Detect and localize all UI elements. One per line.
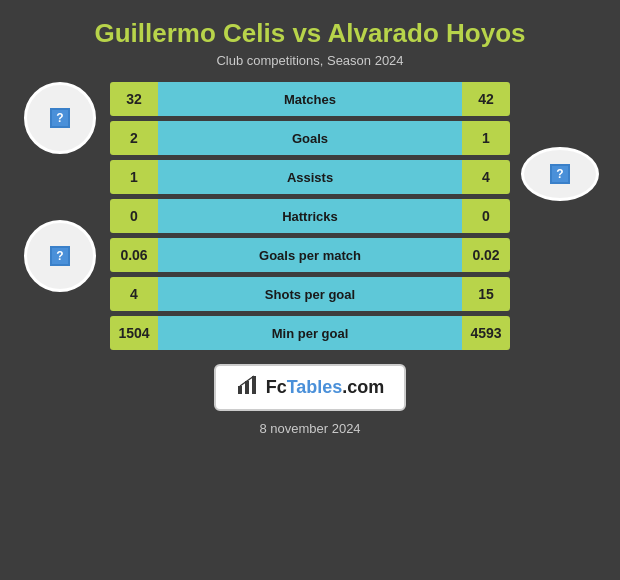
svg-rect-1 bbox=[245, 381, 249, 394]
stat-left-value: 1 bbox=[110, 160, 158, 194]
stat-label: Goals per match bbox=[158, 238, 462, 272]
logo-box: FcTables.com bbox=[214, 364, 407, 411]
stat-right-value: 4 bbox=[462, 160, 510, 194]
stat-left-value: 2 bbox=[110, 121, 158, 155]
right-avatars: ? bbox=[510, 82, 610, 201]
stat-left-value: 0.06 bbox=[110, 238, 158, 272]
stat-row: 0Hattricks0 bbox=[110, 199, 510, 233]
stat-label: Assists bbox=[158, 160, 462, 194]
logo-text: FcTables.com bbox=[266, 377, 385, 398]
stat-label: Goals bbox=[158, 121, 462, 155]
stat-row: 32Matches42 bbox=[110, 82, 510, 116]
stat-label: Shots per goal bbox=[158, 277, 462, 311]
page-subtitle: Club competitions, Season 2024 bbox=[216, 53, 403, 68]
stat-right-value: 0.02 bbox=[462, 238, 510, 272]
stat-label: Min per goal bbox=[158, 316, 462, 350]
stat-row: 2Goals1 bbox=[110, 121, 510, 155]
stat-left-value: 32 bbox=[110, 82, 158, 116]
stat-row: 1504Min per goal4593 bbox=[110, 316, 510, 350]
stat-row: 1Assists4 bbox=[110, 160, 510, 194]
left-avatars: ? ? bbox=[10, 82, 110, 292]
stat-row: 0.06Goals per match0.02 bbox=[110, 238, 510, 272]
svg-rect-0 bbox=[238, 386, 242, 394]
stat-label: Matches bbox=[158, 82, 462, 116]
date-text: 8 november 2024 bbox=[259, 421, 360, 436]
stat-right-value: 15 bbox=[462, 277, 510, 311]
right-col-inner: ? bbox=[521, 82, 599, 201]
logo-section: FcTables.com bbox=[214, 364, 407, 411]
page-title: Guillermo Celis vs Alvarado Hoyos bbox=[94, 18, 525, 49]
logo-chart-icon bbox=[236, 374, 258, 401]
stat-right-value: 42 bbox=[462, 82, 510, 116]
stat-right-value: 0 bbox=[462, 199, 510, 233]
stat-right-value: 4593 bbox=[462, 316, 510, 350]
avatar-left-bottom: ? bbox=[24, 220, 96, 292]
stat-left-value: 0 bbox=[110, 199, 158, 233]
stat-row: 4Shots per goal15 bbox=[110, 277, 510, 311]
stat-left-value: 4 bbox=[110, 277, 158, 311]
main-content: ? ? 32Matches422Goals11Assists40Hattrick… bbox=[0, 82, 620, 350]
question-icon-left-bottom: ? bbox=[50, 246, 70, 266]
question-icon-right-top: ? bbox=[550, 164, 570, 184]
stat-label: Hattricks bbox=[158, 199, 462, 233]
svg-rect-2 bbox=[252, 376, 256, 394]
page-wrapper: Guillermo Celis vs Alvarado Hoyos Club c… bbox=[0, 0, 620, 580]
stats-column: 32Matches422Goals11Assists40Hattricks00.… bbox=[110, 82, 510, 350]
avatar-right-top: ? bbox=[521, 147, 599, 201]
avatar-left-top: ? bbox=[24, 82, 96, 154]
stat-left-value: 1504 bbox=[110, 316, 158, 350]
question-icon-left-top: ? bbox=[50, 108, 70, 128]
stat-right-value: 1 bbox=[462, 121, 510, 155]
